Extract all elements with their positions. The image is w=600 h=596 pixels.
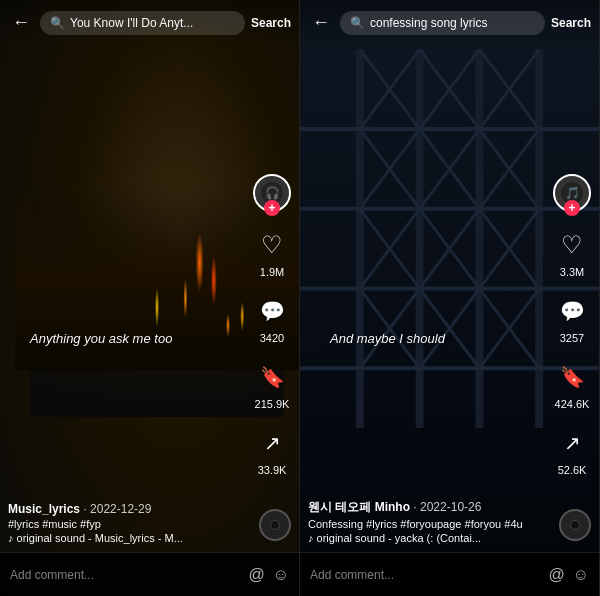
left-avatar-item[interactable]: 🎧 +	[253, 174, 291, 212]
right-caption-user: 웬시 테오페 Minho · 2022-10-26	[308, 499, 544, 516]
search-icon: 🔍	[50, 16, 65, 30]
right-comment-icon: 💬	[553, 292, 591, 330]
left-music-disc	[259, 509, 291, 541]
left-tags: #lyrics #music #fyp	[8, 518, 244, 530]
right-music-disc	[559, 509, 591, 541]
left-back-button[interactable]: ←	[8, 8, 34, 37]
right-bookmark-item[interactable]: 🔖 424.6K	[553, 358, 591, 410]
right-emoji-icon[interactable]: ☺	[573, 566, 589, 584]
right-actions: 🎵 + ♡ 3.3M 💬 3257 🔖 424.6K ↗ 52.6K	[553, 174, 591, 476]
left-search-query: You Know I'll Do Anyt...	[70, 16, 235, 30]
left-comment-item[interactable]: 💬 3420	[253, 292, 291, 344]
left-bookmark-count: 215.9K	[255, 398, 290, 410]
left-like-count: 1.9M	[260, 266, 284, 278]
emoji-icon[interactable]: ☺	[273, 566, 289, 584]
left-username: Music_lyrics	[8, 502, 80, 516]
left-sound: ♪ original sound - Music_lyrics - M...	[8, 532, 244, 544]
left-date: · 2022-12-29	[83, 502, 151, 516]
comment-icon: 💬	[253, 292, 291, 330]
left-share-item[interactable]: ↗ 33.9K	[253, 424, 291, 476]
right-like-icon: ♡	[553, 226, 591, 264]
right-avatar-item[interactable]: 🎵 +	[553, 174, 591, 212]
right-search-icon: 🔍	[350, 16, 365, 30]
right-share-icon: ↗	[553, 424, 591, 462]
share-icon: ↗	[253, 424, 291, 462]
left-search-bar[interactable]: 🔍 You Know I'll Do Anyt...	[40, 11, 245, 35]
left-panel: ← 🔍 You Know I'll Do Anyt... Search Anyt…	[0, 0, 300, 596]
right-lyric: And maybe I should	[330, 331, 445, 346]
right-sound: ♪ original sound - yacka (: (Contai...	[308, 532, 544, 544]
right-date: · 2022-10-26	[413, 500, 481, 514]
left-caption: Music_lyrics · 2022-12-29 #lyrics #music…	[8, 502, 244, 544]
at-icon[interactable]: @	[248, 566, 264, 584]
left-comment-bar: Add comment... @ ☺	[0, 552, 299, 596]
right-comment-input[interactable]: Add comment...	[310, 568, 540, 582]
right-share-item[interactable]: ↗ 52.6K	[553, 424, 591, 476]
right-avatar: 🎵 +	[553, 174, 591, 212]
left-like-item[interactable]: ♡ 1.9M	[253, 226, 291, 278]
left-comment-input[interactable]: Add comment...	[10, 568, 240, 582]
left-search-button[interactable]: Search	[251, 16, 291, 30]
left-avatar: 🎧 +	[253, 174, 291, 212]
right-at-icon[interactable]: @	[548, 566, 564, 584]
left-lyric: Anything you ask me too	[30, 331, 172, 346]
bookmark-icon: 🔖	[253, 358, 291, 396]
left-bookmark-item[interactable]: 🔖 215.9K	[253, 358, 291, 410]
right-username: 웬시 테오페 Minho	[308, 500, 410, 514]
right-like-item[interactable]: ♡ 3.3M	[553, 226, 591, 278]
left-share-count: 33.9K	[258, 464, 287, 476]
like-icon: ♡	[253, 226, 291, 264]
right-caption: 웬시 테오페 Minho · 2022-10-26 Confessing #ly…	[308, 499, 544, 544]
right-comment-item[interactable]: 💬 3257	[553, 292, 591, 344]
right-comment-count: 3257	[560, 332, 584, 344]
left-comment-count: 3420	[260, 332, 284, 344]
right-like-count: 3.3M	[560, 266, 584, 278]
right-back-button[interactable]: ←	[308, 8, 334, 37]
left-actions: 🎧 + ♡ 1.9M 💬 3420 🔖 215.9K ↗ 33.9K	[253, 174, 291, 476]
right-panel: ← 🔍 confessing song lyrics Search And ma…	[300, 0, 600, 596]
right-search-bar[interactable]: 🔍 confessing song lyrics	[340, 11, 545, 35]
left-caption-user: Music_lyrics · 2022-12-29	[8, 502, 244, 516]
right-header: ← 🔍 confessing song lyrics Search	[300, 0, 599, 45]
right-tags: Confessing #lyrics #foryoupage #foryou #…	[308, 518, 544, 530]
right-bookmark-icon: 🔖	[553, 358, 591, 396]
right-bookmark-count: 424.6K	[555, 398, 590, 410]
right-share-count: 52.6K	[558, 464, 587, 476]
left-header: ← 🔍 You Know I'll Do Anyt... Search	[0, 0, 299, 45]
right-search-query: confessing song lyrics	[370, 16, 535, 30]
follow-badge: +	[264, 200, 280, 216]
right-follow-badge: +	[564, 200, 580, 216]
right-comment-bar: Add comment... @ ☺	[300, 552, 599, 596]
right-search-button[interactable]: Search	[551, 16, 591, 30]
